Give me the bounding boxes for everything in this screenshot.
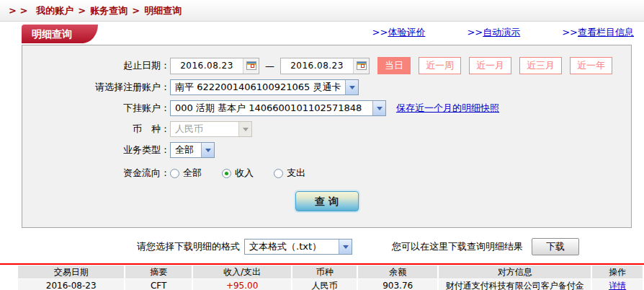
link-prefix: >> [372,27,388,38]
query-button-row: 查 询 [22,191,631,211]
download-format-label: 请您选择下载明细的格式 [137,240,240,253]
business-type-select[interactable]: 全部 [170,142,215,158]
breadcrumb-item-account-query[interactable]: 账务查询 [90,4,128,17]
link-prefix: >> [562,27,578,38]
detail-link[interactable]: 详情 [609,281,626,290]
link-experience-feedback[interactable]: >>体验评价 [372,26,426,39]
query-button[interactable]: 查 询 [295,191,359,211]
link-label: 自动演示 [483,27,520,38]
download-format-value: 文本格式（.txt） [245,240,326,253]
date-from-calendar-button[interactable] [243,58,259,74]
link-prefix: >> [467,27,483,38]
breadcrumb-prefix: > > [9,5,27,16]
quick-range-quarter-button[interactable]: 近三月 [519,57,562,74]
breadcrumb-item-detail-query[interactable]: 明细查询 [144,4,182,17]
chevron-down-icon[interactable] [339,240,352,254]
quick-range-today-button[interactable]: 当日 [377,57,411,74]
register-account-label: 请选择注册账户： [22,81,170,94]
currency-label: 币 种： [22,123,170,136]
col-header-action: 操作 [592,265,643,278]
detail-result-table: 交易日期 摘要 收入/支出 币种 余额 对方信息 操作 2016-08-23 C… [17,265,644,290]
radio-icon[interactable] [274,169,283,178]
date-to-value[interactable]: 2016.08.23 [281,61,353,71]
quick-range-year-button[interactable]: 近一年 [570,57,612,74]
table-header-row: 交易日期 摘要 收入/支出 币种 余额 对方信息 操作 [18,265,643,278]
flow-option-label: 收入 [235,167,254,180]
date-to-field[interactable]: 2016.08.23 [280,58,370,74]
cell-summary: CFT [125,279,192,290]
radio-checked-icon[interactable] [222,169,231,178]
calendar-icon [357,61,367,70]
query-form-panel: 起止日期： 2016.08.23 — 2016.08.23 当日 近一周 近一月… [22,45,632,228]
date-separator: — [265,61,274,71]
date-from-field[interactable]: 2016.08.23 [170,58,259,74]
flow-option-expense[interactable]: 支出 [274,167,305,180]
fund-flow-label: 资金流向： [22,167,170,180]
sub-account-row: 下挂账户： 000 活期 基本户 1406600101102571848 保存近… [22,100,631,116]
top-links: >>体验评价 >>自动演示 >>查看栏目信息 [372,26,634,43]
flow-option-income[interactable]: 收入 [222,167,254,180]
breadcrumb-item-my-account[interactable]: 我的账户 [36,4,73,17]
date-range-row: 起止日期： 2016.08.23 — 2016.08.23 当日 近一周 近一月… [22,57,631,74]
link-auto-demo[interactable]: >>自动演示 [467,26,520,39]
radio-icon[interactable] [170,169,179,178]
breadcrumb: > > 我的账户 > 账务查询 > 明细查询 [0,0,644,22]
col-header-counterparty: 对方信息 [439,265,591,278]
register-account-row: 请选择注册账户： 南平 6222001406100921065 灵通卡 [22,79,631,95]
quick-range-month-button[interactable]: 近一月 [469,57,511,74]
tab-bar: 明细查询 >>体验评价 >>自动演示 >>查看栏目信息 [0,22,644,43]
download-button[interactable]: 下载 [532,238,579,255]
download-row: 请您选择下载明细的格式 文本格式（.txt） 您可以在这里下载查询明细结果 下载 [137,238,644,255]
link-view-column-info[interactable]: >>查看栏目信息 [562,26,634,39]
col-header-amount: 收入/支出 [193,265,291,278]
date-range-label: 起止日期： [22,59,170,72]
flow-option-all[interactable]: 全部 [170,167,202,180]
chevron-down-icon[interactable] [372,101,385,115]
chevron-down-icon[interactable] [201,143,214,157]
link-label: 查看栏目信息 [578,27,634,38]
register-account-value: 南平 6222001406100921065 灵通卡 [171,81,345,94]
register-account-select[interactable]: 南平 6222001406100921065 灵通卡 [170,79,359,95]
cell-action: 详情 [592,279,643,290]
breadcrumb-separator: > [132,5,140,16]
flow-option-label: 全部 [183,167,202,180]
calendar-icon [246,61,256,70]
business-type-row: 业务类型： 全部 [22,142,631,158]
breadcrumb-separator: > [78,5,86,16]
flow-option-label: 支出 [287,167,305,180]
date-to-calendar-button[interactable] [353,58,369,74]
cell-currency: 人民币 [292,279,357,290]
cell-counterparty: 财付通支付科技有限公司客户备付金 [439,279,591,290]
save-snapshot-link[interactable]: 保存近一个月的明细快照 [396,102,499,115]
date-from-value[interactable]: 2016.08.23 [171,61,243,71]
cell-amount: +95.00 [193,279,291,290]
col-header-summary: 摘要 [125,265,192,278]
sub-account-value: 000 活期 基本户 1406600101102571848 [171,102,366,115]
cell-balance: 903.76 [358,279,438,290]
sub-account-label: 下挂账户： [22,102,170,115]
download-format-select[interactable]: 文本格式（.txt） [244,239,352,255]
cell-date: 2016-08-23 [18,279,124,290]
currency-value: 人民币 [171,123,207,136]
currency-select: 人民币 [170,121,252,137]
chevron-down-icon[interactable] [345,80,358,95]
business-type-value: 全部 [171,144,198,157]
chevron-down-icon [238,122,251,136]
sub-account-select[interactable]: 000 活期 基本户 1406600101102571848 [170,100,386,116]
quick-range-week-button[interactable]: 近一周 [419,57,461,74]
fund-flow-row: 资金流向： 全部 收入 支出 [22,167,631,180]
col-header-currency: 币种 [292,265,357,278]
col-header-balance: 余额 [358,265,438,278]
download-hint: 您可以在这里下载查询明细结果 [392,240,523,253]
tab-detail-query[interactable]: 明细查询 [22,25,84,43]
business-type-label: 业务类型： [22,144,170,157]
currency-row: 币 种： 人民币 [22,121,631,137]
table-row: 2016-08-23 CFT +95.00 人民币 903.76 财付通支付科技… [18,279,643,290]
link-label: 体验评价 [388,27,425,38]
col-header-date: 交易日期 [18,265,124,278]
